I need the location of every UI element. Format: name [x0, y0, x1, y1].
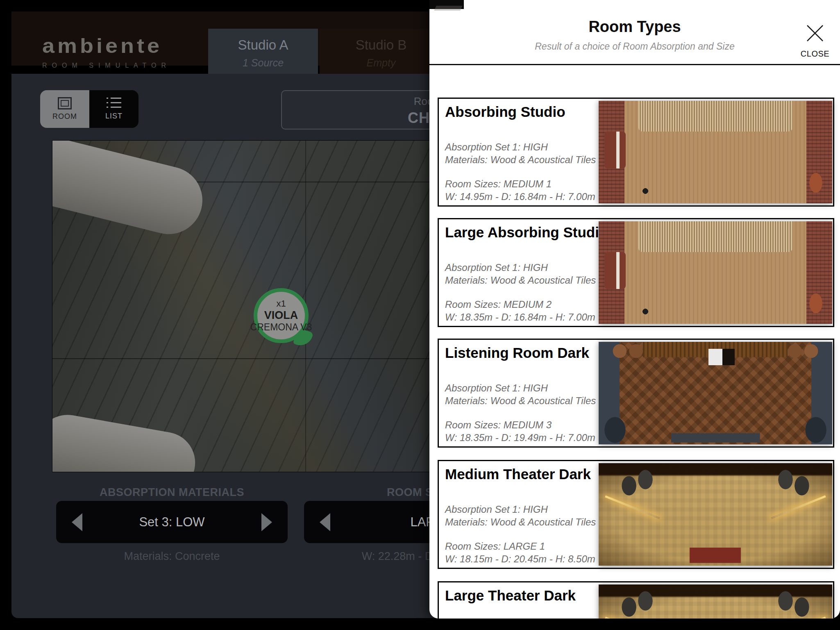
tab-label: Studio B: [356, 37, 407, 53]
modal-divider: [429, 64, 840, 65]
card-title: Large Absorbing Studio: [445, 224, 608, 241]
close-button[interactable]: CLOSE: [793, 24, 837, 59]
card-title: Medium Theater Dark: [445, 466, 591, 482]
card-materials: Materials: Wood & Acoustical Tiles: [445, 516, 596, 528]
source-marker[interactable]: x1 VIOLA CREMONA V3: [254, 288, 309, 343]
card-size-info: Room Sizes: MEDIUM 1 W: 14.95m - D: 16.8…: [445, 177, 595, 203]
view-toggle: ROOM LIST: [40, 90, 138, 128]
room-view-label: ROOM: [52, 112, 77, 121]
tab-status: Empty: [367, 57, 396, 69]
modal-title: Room Types: [429, 18, 840, 36]
card-dimensions: W: 18.15m - D: 20.45m - H: 8.50m: [445, 553, 595, 565]
column-base: [52, 410, 200, 472]
room-type-card[interactable]: Absorbing Studio Absorption Set 1: HIGH …: [438, 98, 834, 207]
card-materials: Materials: Wood & Acoustical Tiles: [445, 153, 596, 166]
card-size-info: Room Sizes: LARGE 1 W: 18.15m - D: 20.45…: [445, 540, 595, 565]
room-render-thumbnail: [599, 221, 832, 324]
room-view-icon: [58, 97, 72, 109]
absorption-next-arrow[interactable]: [261, 513, 272, 531]
source-count: x1: [276, 298, 286, 309]
list-view-icon: [107, 98, 121, 109]
card-absorption-info: Absorption Set 1: HIGH Materials: Wood &…: [445, 261, 596, 287]
logo-subtitle: ROOM SIMULATOR: [42, 62, 214, 69]
card-absorption-info: Absorption Set 1: HIGH Materials: Wood &…: [445, 382, 596, 407]
card-absorption-info: Absorption Set 1: HIGH Materials: Wood &…: [445, 141, 596, 166]
room-type-card[interactable]: Large Absorbing Studio Absorption Set 1:…: [438, 218, 834, 327]
tab-status: 1 Source: [243, 57, 284, 69]
room-render-thumbnail: [599, 101, 832, 203]
close-label: CLOSE: [793, 49, 837, 59]
card-size: Room Sizes: MEDIUM 3: [445, 418, 595, 431]
tab-studio-a[interactable]: Studio A 1 Source: [208, 29, 318, 77]
list-view-button[interactable]: LIST: [89, 90, 138, 128]
column-base: [52, 141, 209, 241]
room-type-card[interactable]: Medium Theater Dark Absorption Set 1: HI…: [438, 460, 834, 569]
room-types-modal: Room Types Result of a choice of Room Ab…: [429, 0, 840, 619]
list-view-label: LIST: [105, 112, 123, 121]
card-size: Room Sizes: MEDIUM 1: [445, 177, 595, 190]
card-absorption: Absorption Set 1: HIGH: [445, 382, 596, 394]
card-absorption: Absorption Set 1: HIGH: [445, 141, 596, 153]
source-name: VIOLA: [264, 309, 298, 322]
card-size-info: Room Sizes: MEDIUM 3 W: 18.35m - D: 19.4…: [445, 418, 595, 444]
background-artifact: [429, 0, 464, 9]
source-model: CREMONA V3: [250, 322, 312, 333]
card-title: Large Theater Dark: [445, 587, 576, 604]
card-absorption-info: Absorption Set 1: HIGH Materials: Wood &…: [445, 503, 596, 528]
card-title: Absorbing Studio: [445, 104, 565, 120]
logo-title: ambiente: [42, 34, 214, 57]
room-render-thumbnail: [599, 585, 832, 619]
app-logo: ambiente ROOM SIMULATOR: [42, 34, 214, 69]
card-size: Room Sizes: LARGE 1: [445, 540, 595, 553]
card-materials: Materials: Wood & Acoustical Tiles: [445, 274, 596, 287]
card-size-info: Room Sizes: MEDIUM 2 W: 18.35m - D: 16.8…: [445, 298, 595, 323]
card-dimensions: W: 14.95m - D: 16.84m - H: 7.00m: [445, 190, 595, 203]
card-absorption: Absorption Set 1: HIGH: [445, 503, 596, 516]
tab-studio-b[interactable]: Studio B Empty: [320, 29, 443, 77]
absorption-value: Set 3: LOW: [82, 515, 261, 530]
card-dimensions: W: 18.35m - D: 19.49m - H: 7.00m: [445, 431, 595, 444]
absorption-detail: Materials: Concrete: [56, 550, 288, 563]
room-type-card[interactable]: Large Theater Dark: [438, 581, 834, 619]
room-render-thumbnail: [599, 463, 832, 566]
close-icon: [806, 24, 824, 43]
card-size: Room Sizes: MEDIUM 2: [445, 298, 595, 311]
tab-label: Studio A: [238, 37, 288, 53]
room-render-view[interactable]: x1 VIOLA CREMONA V3: [52, 141, 462, 472]
modal-subtitle: Result of a choice of Room Absorption an…: [429, 41, 840, 52]
absorption-stepper: Set 3: LOW: [56, 501, 288, 543]
card-title: Listening Room Dark: [445, 345, 589, 361]
card-absorption: Absorption Set 1: HIGH: [445, 261, 596, 274]
room-type-card[interactable]: Listening Room Dark Absorption Set 1: HI…: [438, 339, 834, 448]
absorption-materials-label: ABSORPTION MATERIALS: [56, 486, 288, 499]
absorption-prev-arrow[interactable]: [72, 513, 82, 531]
room-view-button[interactable]: ROOM: [40, 90, 89, 128]
room-size-prev-arrow[interactable]: [320, 513, 330, 531]
card-dimensions: W: 18.35m - D: 16.84m - H: 7.00m: [445, 311, 595, 323]
card-materials: Materials: Wood & Acoustical Tiles: [445, 394, 596, 407]
room-render-thumbnail: [599, 342, 832, 444]
